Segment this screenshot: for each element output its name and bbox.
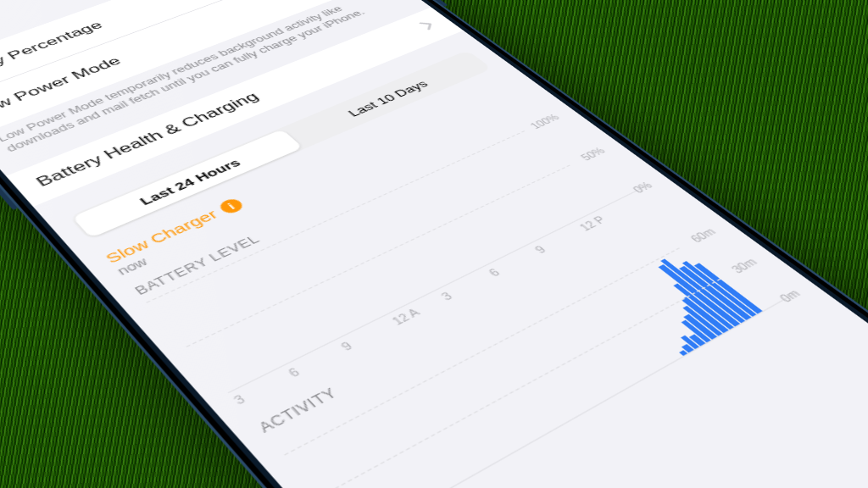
battery-bar	[414, 298, 419, 301]
activity-bar	[467, 475, 473, 479]
battery-bar	[432, 289, 437, 291]
battery-bar	[337, 336, 342, 339]
battery-bar	[283, 363, 289, 365]
y-label-60m: 60m	[688, 226, 718, 244]
battery-bar	[475, 269, 480, 271]
activity-bar	[460, 480, 466, 483]
battery-bar	[601, 206, 605, 208]
battery-bar	[590, 212, 594, 214]
battery-bar	[420, 295, 425, 297]
battery-bar	[408, 302, 413, 304]
activity-bar	[630, 384, 635, 386]
activity-bar	[642, 377, 647, 380]
y-label-50: 50%	[578, 146, 607, 162]
battery-bar	[457, 277, 462, 280]
battery-bar	[451, 280, 456, 283]
activity-bar	[611, 394, 616, 396]
chevron-right-icon	[419, 19, 440, 33]
battery-bar	[310, 349, 315, 352]
activity-bar	[567, 419, 572, 422]
battery-bar	[516, 248, 521, 251]
activity-bar	[617, 391, 622, 393]
battery-bar	[595, 208, 599, 211]
activity-bar	[666, 363, 671, 366]
activity-bar	[528, 441, 533, 445]
battery-bar	[545, 234, 549, 236]
activity-bar	[541, 434, 546, 437]
activity-bar	[554, 426, 559, 430]
battery-bar	[469, 271, 474, 274]
activity-bar	[678, 357, 683, 359]
battery-bar	[533, 239, 538, 241]
battery-bar	[350, 330, 355, 332]
activity-bar	[535, 437, 540, 441]
battery-bar	[263, 373, 269, 375]
battery-bar	[510, 251, 515, 253]
activity-bar	[636, 380, 641, 383]
battery-bar	[612, 201, 616, 203]
battery-bar	[539, 236, 544, 239]
battery-bar	[492, 259, 498, 262]
activity-bar	[488, 463, 494, 467]
battery-bar	[357, 326, 362, 329]
activity-bar	[548, 430, 553, 434]
battery-bar	[445, 283, 450, 286]
battery-bar	[249, 380, 255, 382]
activity-bar	[495, 460, 500, 463]
battery-bar	[584, 214, 588, 217]
battery-bar	[242, 383, 248, 385]
activity-bar	[515, 449, 520, 452]
battery-bar	[556, 228, 560, 230]
battery-bar	[579, 217, 583, 219]
battery-bar	[228, 390, 234, 392]
iphone-device: 2:06	[0, 0, 868, 488]
battery-bar	[481, 265, 486, 268]
activity-bar	[474, 471, 480, 474]
battery-bar	[324, 343, 329, 346]
battery-bar	[382, 313, 387, 316]
battery-bar	[438, 286, 443, 289]
battery-bar	[528, 242, 533, 245]
battery-bar	[522, 245, 527, 247]
battery-bar	[343, 333, 348, 336]
activity-bar	[624, 387, 629, 390]
battery-bar	[256, 376, 262, 379]
activity-bar	[659, 367, 665, 369]
activity-bar	[508, 452, 513, 456]
battery-bar	[363, 324, 368, 326]
activity-bar	[648, 374, 653, 376]
battery-bar	[290, 359, 296, 362]
activity-bar	[598, 402, 604, 404]
activity-bar	[580, 412, 585, 414]
activity-bar	[605, 398, 610, 401]
activity-bar	[481, 468, 487, 471]
battery-bar	[487, 263, 492, 265]
activity-bar	[521, 445, 526, 448]
battery-bar	[331, 340, 336, 342]
activity-bar	[501, 456, 506, 459]
battery-bar	[270, 369, 275, 372]
battery-bar	[376, 317, 381, 319]
battery-bar	[504, 253, 509, 256]
battery-bar	[562, 225, 566, 228]
activity-bar	[593, 405, 598, 408]
battery-bar	[551, 230, 555, 233]
battery-bar	[235, 386, 241, 389]
battery-bar	[395, 308, 400, 310]
activity-bar	[560, 423, 565, 426]
battery-bar	[463, 274, 468, 277]
battery-bar	[401, 304, 406, 307]
battery-bar	[317, 346, 322, 348]
battery-bar	[388, 311, 393, 313]
battery-bar	[297, 356, 302, 358]
battery-bar	[426, 292, 431, 295]
battery-bar	[568, 223, 572, 225]
y-label-0m: 0m	[777, 288, 803, 304]
activity-bar	[586, 408, 591, 411]
activity-bar	[654, 370, 659, 373]
battery-bar	[303, 352, 309, 355]
battery-bar	[276, 366, 282, 369]
activity-bar	[573, 416, 578, 419]
battery-bar	[606, 203, 610, 206]
battery-bar	[370, 320, 375, 323]
